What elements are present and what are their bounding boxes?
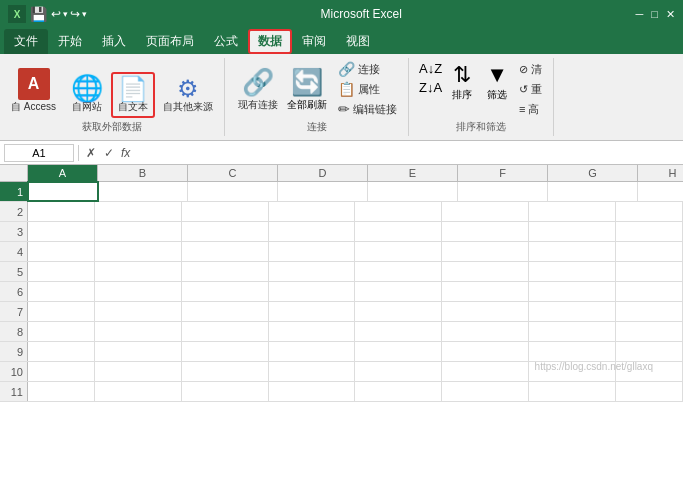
sort-descending-icon: Z↓A (419, 80, 442, 95)
formula-input[interactable] (134, 146, 679, 160)
col-header-g[interactable]: G (548, 165, 638, 181)
cell-a2[interactable] (28, 202, 95, 221)
tab-formulas[interactable]: 公式 (204, 29, 248, 54)
row-number-1[interactable]: 1 (0, 182, 28, 201)
table-row: 1 (0, 182, 683, 202)
maximize-button[interactable]: □ (651, 8, 658, 21)
table-row: 4 (0, 242, 683, 262)
tab-insert[interactable]: 插入 (92, 29, 136, 54)
cell-d1[interactable] (278, 182, 368, 201)
properties-icon: 📋 (338, 81, 355, 97)
redo-button[interactable]: ↪ (70, 7, 80, 21)
undo-dropdown[interactable]: ▾ (63, 9, 68, 19)
cell-c2[interactable] (182, 202, 269, 221)
advanced-icon: ≡ (519, 103, 525, 115)
save-button[interactable]: 💾 (30, 6, 47, 22)
advanced-label: 高 (528, 102, 539, 117)
tab-review[interactable]: 审阅 (292, 29, 336, 54)
access-label: 自 Access (11, 101, 56, 113)
edit-links-button[interactable]: ✏ 编辑链接 (335, 100, 400, 118)
confirm-formula-button[interactable]: ✓ (101, 146, 117, 160)
cell-c1[interactable] (188, 182, 278, 201)
other-sources-label: 自其他来源 (163, 101, 213, 113)
row-number-4[interactable]: 4 (0, 242, 28, 261)
reapply-label: 重 (531, 82, 542, 97)
sort-descending-button[interactable]: Z↓A (417, 79, 444, 96)
row-number-11[interactable]: 11 (0, 382, 28, 401)
cell-g1[interactable] (548, 182, 638, 201)
cell-e1[interactable] (368, 182, 458, 201)
advanced-button[interactable]: ≡ 高 (516, 101, 545, 118)
cell-h1[interactable] (638, 182, 683, 201)
tab-home[interactable]: 开始 (48, 29, 92, 54)
existing-connections-button[interactable]: 🔗 现有连接 (233, 65, 283, 114)
access-button[interactable]: A 自 Access (4, 63, 63, 118)
row-number-7[interactable]: 7 (0, 302, 28, 321)
col-header-b[interactable]: B (98, 165, 188, 181)
tab-file[interactable]: 文件 (4, 29, 48, 54)
external-data-group-label: 获取外部数据 (4, 118, 220, 134)
window-title: Microsoft Excel (321, 7, 402, 21)
connection-button[interactable]: 🔗 连接 (335, 60, 400, 78)
sort-ascending-icon: A↓Z (419, 61, 442, 76)
tab-data[interactable]: 数据 (248, 29, 292, 54)
window-controls: ─ □ ✕ (636, 8, 675, 21)
sort-button[interactable]: ⇅ 排序 (446, 60, 478, 118)
redo-dropdown[interactable]: ▾ (82, 9, 87, 19)
other-sources-button[interactable]: ⚙ 自其他来源 (156, 72, 220, 118)
table-row: 5 (0, 262, 683, 282)
undo-button[interactable]: ↩ (51, 7, 61, 21)
properties-button[interactable]: 📋 属性 (335, 80, 400, 98)
cell-f2[interactable] (442, 202, 529, 221)
filter-icon: ▼ (486, 62, 508, 88)
existing-connections-label: 现有连接 (238, 98, 278, 112)
row-number-2[interactable]: 2 (0, 202, 28, 221)
row-number-3[interactable]: 3 (0, 222, 28, 241)
refresh-all-button[interactable]: 🔄 全部刷新 (285, 65, 329, 114)
cancel-formula-button[interactable]: ✗ (83, 146, 99, 160)
cell-d2[interactable] (269, 202, 356, 221)
tab-view[interactable]: 视图 (336, 29, 380, 54)
row-number-10[interactable]: 10 (0, 362, 28, 381)
minimize-button[interactable]: ─ (636, 8, 644, 21)
edit-links-icon: ✏ (338, 101, 350, 117)
cell-e2[interactable] (355, 202, 442, 221)
clear-button[interactable]: ⊘ 清 (516, 61, 545, 78)
cell-b1[interactable] (98, 182, 188, 201)
web-button[interactable]: 🌐 自网站 (64, 70, 110, 118)
cell-a1[interactable] (28, 182, 98, 201)
table-row: 10 (0, 362, 683, 382)
filter-button[interactable]: ▼ 筛选 (480, 60, 514, 118)
close-button[interactable]: ✕ (666, 8, 675, 21)
sort-ascending-button[interactable]: A↓Z (417, 60, 444, 77)
col-header-e[interactable]: E (368, 165, 458, 181)
col-header-d[interactable]: D (278, 165, 368, 181)
cell-b2[interactable] (95, 202, 182, 221)
col-header-f[interactable]: F (458, 165, 548, 181)
refresh-all-label: 全部刷新 (287, 98, 327, 112)
row-number-8[interactable]: 8 (0, 322, 28, 341)
sort-filter-group-label: 排序和筛选 (417, 120, 545, 134)
col-header-h[interactable]: H (638, 165, 683, 181)
row-number-9[interactable]: 9 (0, 342, 28, 361)
text-button[interactable]: 📄 自文本 (111, 72, 155, 118)
connection-label: 连接 (358, 62, 380, 77)
col-header-a[interactable]: A (28, 165, 98, 181)
cell-g2[interactable] (529, 202, 616, 221)
connections-group: 🔗 现有连接 🔄 全部刷新 🔗 连接 📋 属性 ✏ (225, 58, 409, 136)
column-headers: A B C D E F G H (0, 165, 683, 182)
cell-h2[interactable] (616, 202, 683, 221)
title-bar: X 💾 ↩ ▾ ↪ ▾ Microsoft Excel ─ □ ✕ (0, 0, 683, 28)
text-label: 自文本 (118, 101, 148, 113)
sort-icon: ⇅ (453, 62, 471, 88)
row-number-5[interactable]: 5 (0, 262, 28, 281)
connections-group-items: 🔗 现有连接 🔄 全部刷新 🔗 连接 📋 属性 ✏ (233, 60, 400, 118)
name-box[interactable] (4, 144, 74, 162)
cell-f1[interactable] (458, 182, 548, 201)
tab-pagelayout[interactable]: 页面布局 (136, 29, 204, 54)
properties-label: 属性 (358, 82, 380, 97)
row-number-6[interactable]: 6 (0, 282, 28, 301)
col-header-c[interactable]: C (188, 165, 278, 181)
reapply-icon: ↺ (519, 83, 528, 96)
reapply-button[interactable]: ↺ 重 (516, 81, 545, 98)
